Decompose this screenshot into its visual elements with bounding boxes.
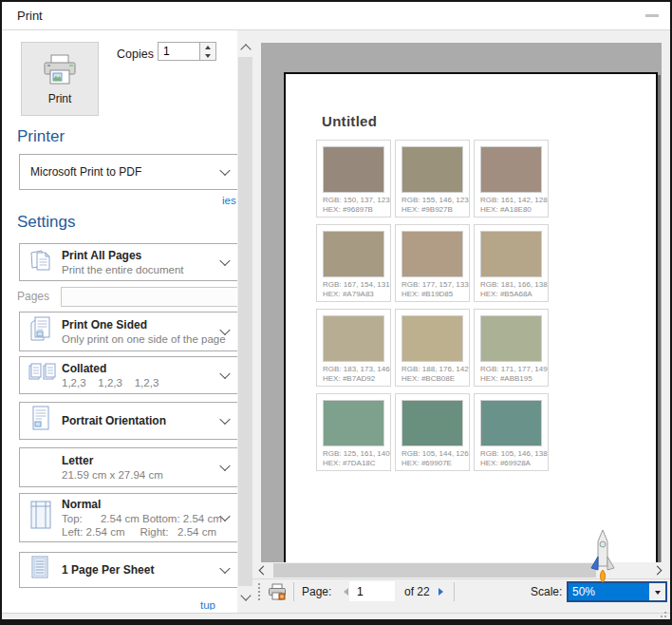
copies-spin-buttons bbox=[199, 43, 215, 60]
dropdown-arrow-icon bbox=[655, 591, 661, 597]
swatch-color-block bbox=[323, 400, 384, 446]
chevron-down-icon bbox=[219, 165, 230, 176]
collated-icon bbox=[28, 360, 58, 390]
print-preview-printer-icon[interactable] bbox=[268, 583, 287, 604]
swatch-hex-label: HEX: #69907E bbox=[401, 459, 452, 467]
print-one-sided-icon bbox=[28, 315, 54, 348]
preview-horizontal-scrollbar[interactable] bbox=[256, 562, 666, 578]
swatch-card: RGB: 171, 177, 149HEX: #ABB195 bbox=[474, 309, 549, 387]
pages-range-input[interactable] bbox=[61, 287, 237, 307]
item-subtitle: Print the entire document bbox=[62, 263, 218, 276]
swatch-hex-label: HEX: #7DA18C bbox=[323, 459, 376, 467]
printer-heading: Printer bbox=[17, 127, 65, 146]
item-subtitle: 21.59 cm x 27.94 cm bbox=[62, 468, 218, 482]
swatch-card: RGB: 188, 176, 142HEX: #BCB08E bbox=[395, 309, 470, 387]
page-count-label: of 22 bbox=[404, 585, 430, 598]
paper-size-dropdown[interactable]: Letter 21.59 cm x 27.94 cm bbox=[19, 447, 237, 487]
printer-properties-link[interactable]: ies bbox=[222, 195, 236, 206]
swatch-rgb-label: RGB: 105, 144, 126 bbox=[401, 449, 469, 458]
copies-label: Copies bbox=[117, 47, 154, 61]
scroll-up-icon[interactable] bbox=[240, 44, 251, 54]
item-title: Letter bbox=[62, 454, 218, 468]
swatch-grid: RGB: 150, 137, 123HEX: #96897BRGB: 155, … bbox=[316, 140, 549, 471]
swatch-card: RGB: 125, 161, 140HEX: #7DA18C bbox=[316, 393, 391, 471]
swatch-hex-label: HEX: #69928A bbox=[480, 459, 531, 467]
swatch-hex-label: HEX: #BCB08E bbox=[401, 374, 455, 383]
margins-line-2: Left: 2.54 cm Right: 2.54 cm bbox=[62, 525, 218, 539]
scroll-left-icon[interactable] bbox=[259, 566, 269, 576]
printer-icon bbox=[42, 53, 78, 89]
scale-combobox[interactable]: 50% bbox=[567, 581, 667, 602]
swatch-color-block bbox=[480, 231, 542, 277]
swatch-color-block bbox=[480, 400, 542, 446]
chevron-down-icon bbox=[219, 563, 230, 574]
printer-select[interactable]: Microsoft Print to PDF bbox=[19, 154, 237, 190]
dialog-title: Print bbox=[17, 9, 43, 23]
print-range-dropdown[interactable]: Print All Pages Print the entire documen… bbox=[19, 243, 237, 281]
previous-page-button[interactable] bbox=[340, 588, 348, 596]
swatch-hex-label: HEX: #96897B bbox=[323, 205, 373, 214]
swatch-rgb-label: RGB: 188, 176, 142 bbox=[401, 365, 469, 373]
scale-label: Scale: bbox=[531, 585, 562, 598]
swatch-color-block bbox=[480, 315, 542, 362]
chevron-down-icon bbox=[219, 414, 230, 425]
scroll-right-icon[interactable] bbox=[653, 566, 663, 576]
swatch-hex-label: HEX: #A18E80 bbox=[480, 205, 532, 214]
page-number-input[interactable] bbox=[349, 581, 395, 601]
print-dialog-window: Print Print Copies bbox=[0, 0, 672, 625]
item-title: Portrait Orientation bbox=[62, 414, 218, 428]
swatch-rgb-label: RGB: 105, 146, 138 bbox=[480, 449, 548, 458]
scale-dropdown-button[interactable] bbox=[649, 583, 665, 600]
preview-toolbar: Page: of 22 Scale: 50% bbox=[252, 578, 672, 605]
swatch-rgb-label: RGB: 125, 161, 140 bbox=[323, 449, 390, 458]
pages-label: Pages bbox=[17, 290, 49, 303]
print-button-label: Print bbox=[48, 92, 72, 105]
down-arrow-icon bbox=[205, 54, 211, 61]
swatch-rgb-label: RGB: 155, 146, 123 bbox=[401, 196, 469, 204]
scroll-down-icon[interactable] bbox=[240, 590, 251, 600]
scrollbar-thumb[interactable] bbox=[238, 57, 253, 586]
orientation-dropdown[interactable]: Portrait Orientation bbox=[19, 402, 237, 440]
resize-grip[interactable] bbox=[657, 608, 666, 617]
swatch-color-block bbox=[323, 315, 384, 362]
toolbar-grip-handle[interactable] bbox=[258, 583, 263, 600]
swatch-hex-label: HEX: #ABB195 bbox=[480, 374, 532, 383]
chevron-down-icon bbox=[219, 369, 230, 379]
hscrollbar-thumb[interactable] bbox=[273, 563, 596, 578]
swatch-rgb-label: RGB: 183, 173, 146 bbox=[323, 365, 390, 373]
up-arrow-icon bbox=[205, 43, 211, 49]
print-settings-panel: Print Copies Printer Microsoft Print to … bbox=[2, 30, 237, 613]
print-button[interactable]: Print bbox=[21, 42, 99, 116]
print-preview-pane: Untitled RGB: 150, 137, 123HEX: #96897BR… bbox=[252, 30, 672, 615]
scale-selected-value: 50% bbox=[569, 583, 652, 600]
swatch-card: RGB: 105, 146, 138HEX: #69928A bbox=[474, 393, 549, 471]
duplex-dropdown[interactable]: Print One Sided Only print on one side o… bbox=[19, 312, 237, 351]
swatch-rgb-label: RGB: 171, 177, 149 bbox=[480, 365, 548, 373]
swatch-card: RGB: 181, 166, 138HEX: #B5A68A bbox=[474, 224, 549, 302]
margins-icon bbox=[28, 500, 54, 536]
collation-dropdown[interactable]: Collated 1,2,3 1,2,3 1,2,3 bbox=[19, 356, 237, 394]
portrait-orientation-icon bbox=[28, 405, 54, 437]
swatch-card: RGB: 150, 137, 123HEX: #96897B bbox=[316, 140, 391, 218]
swatch-rgb-label: RGB: 181, 166, 138 bbox=[480, 280, 548, 289]
page-setup-link[interactable]: tup bbox=[200, 599, 215, 610]
copies-input[interactable] bbox=[159, 43, 205, 60]
status-strip bbox=[2, 613, 670, 623]
title-bar: Print bbox=[2, 2, 670, 30]
swatch-rgb-label: RGB: 177, 157, 133 bbox=[401, 280, 469, 289]
swatch-color-block bbox=[401, 146, 463, 193]
item-title: Collated bbox=[62, 362, 218, 376]
next-page-button[interactable] bbox=[439, 588, 447, 596]
item-title: Normal bbox=[62, 498, 218, 512]
item-subtitle: 1,2,3 1,2,3 1,2,3 bbox=[62, 376, 218, 389]
margins-line-1: Top: 2.54 cm Bottom: 2.54 cm bbox=[62, 512, 218, 525]
margins-dropdown[interactable]: Normal Top: 2.54 cm Bottom: 2.54 cm Left… bbox=[19, 493, 237, 542]
pages-per-sheet-dropdown[interactable]: 1 Page Per Sheet bbox=[19, 552, 237, 588]
copies-spinner bbox=[158, 42, 216, 61]
copies-decrement-button[interactable] bbox=[200, 51, 215, 60]
swatch-card: RGB: 167, 154, 131HEX: #A79A83 bbox=[316, 224, 391, 302]
document-title: Untitled bbox=[322, 113, 377, 129]
toolbar-separator bbox=[293, 582, 294, 601]
swatch-hex-label: HEX: #9B927B bbox=[401, 205, 453, 214]
print-all-pages-icon bbox=[28, 247, 54, 277]
